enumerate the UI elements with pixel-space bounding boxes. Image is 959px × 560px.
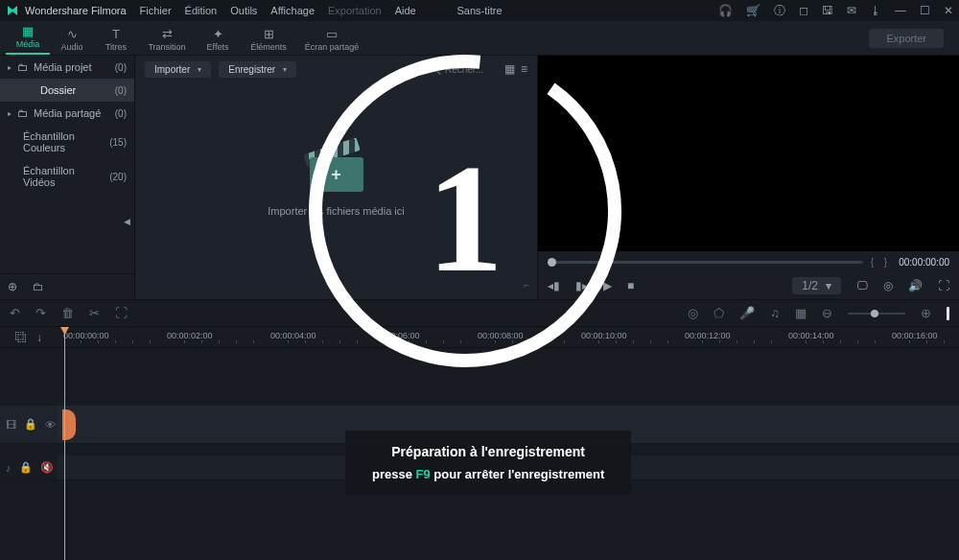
zoom-select[interactable]: 1/2 ▾ (792, 277, 841, 294)
expander-icon: ▸ (8, 63, 17, 72)
menu-help[interactable]: Aide (395, 5, 416, 16)
preview-timecode: 00:00:00:00 (899, 257, 949, 268)
transition-icon: ⇄ (138, 27, 196, 40)
redo-icon[interactable]: ↷ (35, 306, 46, 320)
sidebar: ▸🗀Média projet(0)Dossier(0)▸🗀Média parta… (0, 56, 134, 299)
cut-icon[interactable]: ✂ (89, 306, 100, 320)
download-icon[interactable]: ⭳ (870, 4, 881, 17)
marker-braces: { } (871, 257, 891, 268)
ruler-tick: 00:00:16:00 (892, 331, 938, 340)
marker-icon[interactable]: ⬠ (713, 306, 724, 320)
menu-tools[interactable]: Outils (230, 5, 257, 16)
tool-titles[interactable]: T Titres (94, 25, 138, 52)
ruler-tick: 00:00:02:00 (167, 331, 213, 340)
new-project-icon[interactable]: ⊕ (8, 280, 17, 293)
lock-icon[interactable]: 🔒 (24, 418, 37, 431)
playhead[interactable] (64, 327, 65, 560)
folder-icon: 🗀 (17, 61, 28, 73)
cart-icon[interactable]: 🛒 (746, 4, 760, 17)
tool-effects[interactable]: ✦ Effets (196, 25, 240, 52)
volume-icon[interactable]: 🔊 (908, 279, 923, 292)
zoom-out-icon[interactable]: ⊖ (822, 306, 832, 320)
export-button[interactable]: Exporter (869, 29, 944, 48)
ruler-tick: 00:00:12:00 (685, 331, 731, 340)
snapshot-icon[interactable]: ◎ (883, 279, 893, 292)
undo-icon[interactable]: ↶ (10, 306, 20, 320)
menu-edit[interactable]: Édition (185, 5, 218, 16)
sidebar-item-1[interactable]: Dossier(0) (0, 79, 134, 102)
effects-icon: ✦ (196, 27, 240, 40)
render-icon[interactable]: ◎ (688, 306, 698, 320)
zoom-slider[interactable] (848, 313, 905, 315)
message-line2: presse F9 pour arrêter l'enregistrement (372, 467, 604, 481)
account-icon[interactable]: ◻ (799, 4, 808, 17)
sidebar-item-4[interactable]: Échantillon Vidéos(20) (0, 159, 134, 194)
tool-media[interactable]: ▦ Média (6, 22, 50, 55)
display-icon[interactable]: 🖵 (856, 279, 868, 292)
delete-icon[interactable]: 🗑 (61, 306, 74, 320)
app-logo-icon (6, 4, 19, 17)
voiceover-icon[interactable]: 🎤 (739, 306, 755, 320)
zoom-in-icon[interactable]: ⊕ (921, 306, 931, 320)
stop-icon[interactable]: ■ (627, 279, 634, 292)
keyframe-icon[interactable]: ▦ (795, 306, 807, 320)
window-close-icon[interactable]: ✕ (944, 4, 953, 17)
menu-file[interactable]: Fichier (140, 5, 172, 16)
recording-message: Préparation à l'enregistrement presse F9… (345, 431, 631, 495)
message-line1: Préparation à l'enregistrement (372, 444, 604, 459)
music-icon: ♪ (6, 462, 12, 474)
chevron-down-icon: ▾ (826, 279, 831, 292)
media-icon: ▦ (6, 24, 50, 37)
menu-bar: Fichier Édition Outils Affichage Exporta… (140, 5, 416, 16)
titlebar-right-icons: 🎧 🛒 ⓘ ◻ 🖫 ✉ ⭳ — ☐ ✕ (718, 3, 953, 19)
countdown-overlay: 1 (307, 19, 623, 412)
menu-display[interactable]: Affichage (270, 5, 315, 16)
folder-icon: 🗀 (17, 107, 28, 119)
sidebar-item-2[interactable]: ▸🗀Média partagé(0) (0, 102, 134, 125)
mute-icon[interactable]: 🔇 (40, 461, 54, 474)
timeline-snap-icon[interactable]: ↓ (36, 331, 42, 344)
zoom-fit-icon[interactable] (947, 307, 949, 320)
save-icon[interactable]: 🖫 (822, 4, 833, 17)
countdown-digit: 1 (307, 130, 623, 308)
title-bar: Wondershare Filmora Fichier Édition Outi… (0, 0, 959, 21)
film-icon: 🎞 (6, 419, 16, 431)
chevron-down-icon: ▾ (198, 65, 201, 74)
menu-export: Exportation (328, 5, 382, 16)
sidebar-collapse-icon[interactable]: ◀ (124, 217, 134, 226)
audio-icon: ∿ (50, 27, 94, 40)
info-icon[interactable]: ⓘ (774, 3, 785, 19)
visibility-icon[interactable]: 👁 (45, 419, 56, 431)
crop-icon[interactable]: ⛶ (115, 306, 128, 320)
ruler-tick: 00:00:14:00 (788, 331, 834, 340)
window-minimize-icon[interactable]: — (895, 4, 906, 17)
tool-audio[interactable]: ∿ Audio (50, 25, 94, 52)
sidebar-item-0[interactable]: ▸🗀Média projet(0) (0, 56, 134, 79)
import-dropdown[interactable]: Importer ▾ (145, 61, 211, 78)
ruler-tick: 00:00:00:00 (63, 331, 109, 340)
sidebar-item-3[interactable]: Échantillon Couleurs(15) (0, 125, 134, 159)
audio-mixer-icon[interactable]: ♫ (770, 306, 780, 320)
tool-transition[interactable]: ⇄ Transition (138, 25, 196, 52)
titles-icon: T (94, 27, 138, 40)
app-name: Wondershare Filmora (25, 5, 127, 16)
elements-icon: ⊞ (240, 27, 297, 40)
expander-icon: ▸ (8, 109, 17, 118)
window-maximize-icon[interactable]: ☐ (920, 4, 930, 17)
chevron-down-icon: ▾ (283, 65, 287, 74)
document-title: Sans-titre (456, 5, 502, 16)
lock-icon[interactable]: 🔒 (19, 461, 33, 474)
tool-elements[interactable]: ⊞ Éléments (240, 25, 297, 52)
fullscreen-icon[interactable]: ⛶ (938, 279, 949, 292)
mail-icon[interactable]: ✉ (847, 4, 856, 17)
new-folder-icon[interactable]: 🗀 (33, 280, 44, 293)
headset-icon[interactable]: 🎧 (718, 4, 733, 17)
timeline-copy-icon[interactable]: ⿻ (15, 331, 27, 344)
save-dropdown[interactable]: Enregistrer ▾ (219, 61, 296, 78)
